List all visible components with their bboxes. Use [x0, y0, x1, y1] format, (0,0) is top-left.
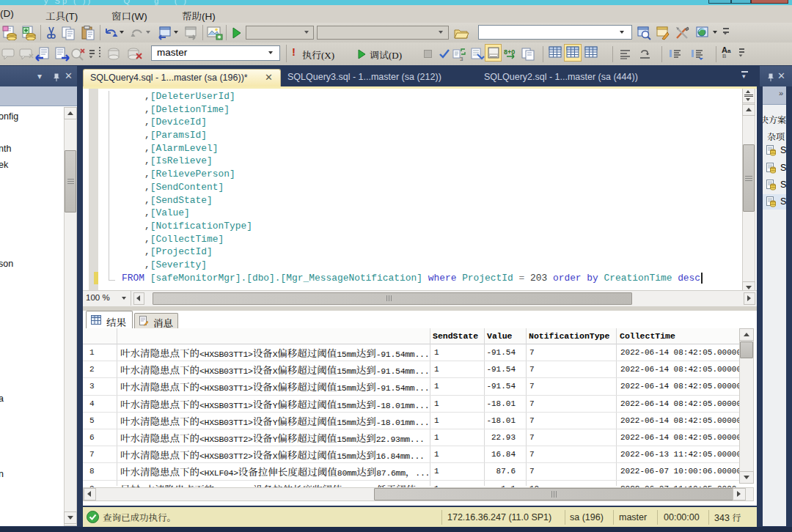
svg-text:3: 3 [460, 56, 463, 62]
svg-text:8+0: 8+0 [504, 48, 515, 56]
